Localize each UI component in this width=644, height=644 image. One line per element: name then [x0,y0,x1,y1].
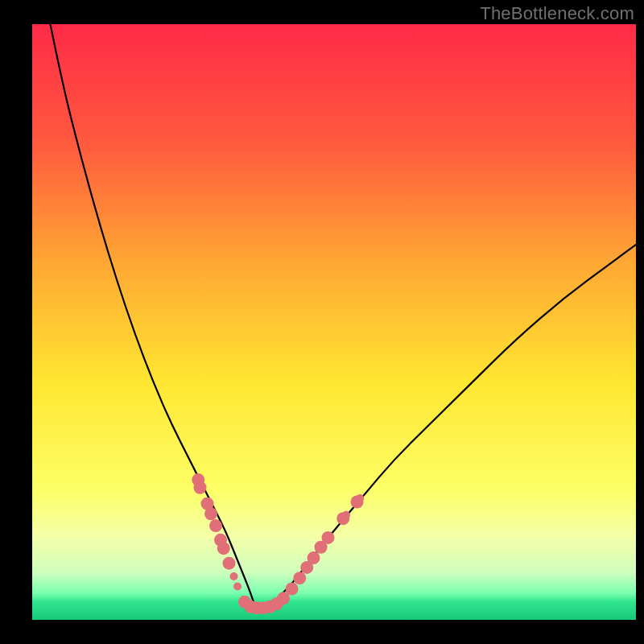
marker-point [194,481,207,494]
marker-point [233,583,242,591]
chart-container: TheBottleneck.com [0,0,644,644]
marker-point [356,494,364,502]
marker-point [342,511,350,519]
marker-point [217,542,230,555]
marker-point [286,583,299,596]
marker-point [308,551,320,564]
marker-point [209,519,222,532]
marker-point [223,557,236,570]
marker-point [230,572,238,580]
marker-point [204,507,217,520]
marker-point [293,572,306,584]
watermark-text: TheBottleneck.com [480,3,634,24]
marker-point [322,531,335,544]
bottleneck-chart [0,0,644,644]
